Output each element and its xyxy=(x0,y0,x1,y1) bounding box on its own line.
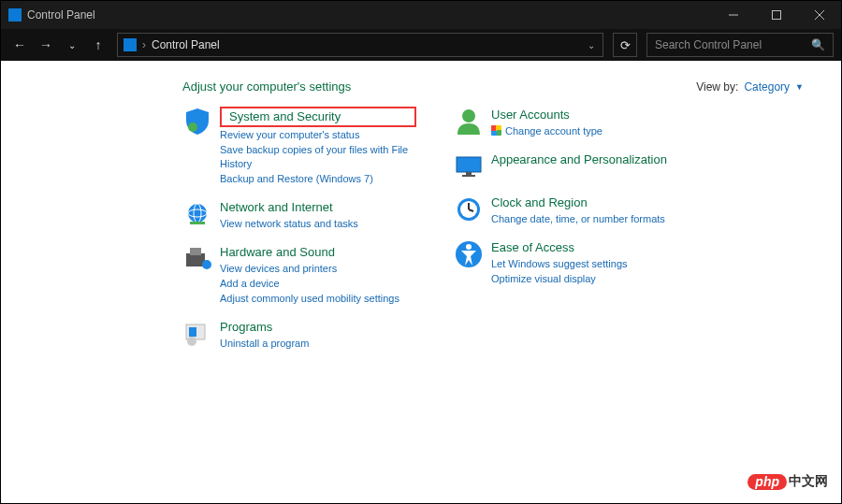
search-box[interactable]: 🔍 xyxy=(646,33,834,57)
minimize-button[interactable] xyxy=(712,1,755,29)
recent-dropdown-icon[interactable]: ⌄ xyxy=(61,34,83,56)
link-uninstall-program[interactable]: Uninstall a program xyxy=(220,337,309,351)
up-button[interactable]: ↑ xyxy=(87,34,109,56)
programs[interactable]: Programs Uninstall a program xyxy=(182,319,416,351)
address-control-panel-icon xyxy=(123,38,137,51)
content-area: Adjust your computer's settings View by:… xyxy=(1,61,841,503)
svg-rect-17 xyxy=(466,172,472,175)
refresh-button[interactable]: ⟳ xyxy=(613,33,637,57)
accessibility-icon xyxy=(454,239,484,269)
window-title: Control Panel xyxy=(27,8,95,22)
view-by-value[interactable]: Category xyxy=(744,80,790,94)
user-icon xyxy=(454,107,484,137)
page-heading: Adjust your computer's settings xyxy=(182,79,351,94)
user-accounts-heading[interactable]: User Accounts xyxy=(491,107,602,123)
titlebar: Control Panel xyxy=(1,1,841,29)
window-buttons xyxy=(712,1,841,29)
chevron-down-icon[interactable]: ▼ xyxy=(795,82,804,92)
watermark-oval: php xyxy=(748,474,787,490)
breadcrumb-separator-icon: › xyxy=(142,38,146,51)
printer-icon xyxy=(182,244,212,274)
svg-point-4 xyxy=(188,122,197,132)
maximize-button[interactable] xyxy=(755,1,798,29)
svg-point-5 xyxy=(188,204,207,223)
svg-point-11 xyxy=(202,260,211,269)
svg-rect-10 xyxy=(190,248,201,255)
link-mobility[interactable]: Adjust commonly used mobility settings xyxy=(220,292,399,306)
link-suggest-settings[interactable]: Let Windows suggest settings xyxy=(491,257,628,271)
hardware-heading[interactable]: Hardware and Sound xyxy=(220,244,399,261)
category-columns: System and Security Review your computer… xyxy=(10,107,841,351)
programs-heading[interactable]: Programs xyxy=(220,319,309,336)
link-devices-printers[interactable]: View devices and printers xyxy=(220,262,399,276)
svg-rect-1 xyxy=(773,11,781,20)
appearance-and-personalization[interactable]: Appearance and Personalization xyxy=(454,151,688,181)
globe-icon xyxy=(182,199,212,229)
svg-point-15 xyxy=(462,109,475,122)
svg-rect-13 xyxy=(189,327,196,337)
clock-and-region[interactable]: Clock and Region Change date, time, or n… xyxy=(454,194,688,226)
watermark-text: 中文网 xyxy=(789,473,828,490)
view-by[interactable]: View by: Category ▼ xyxy=(696,80,804,94)
system-and-security[interactable]: System and Security Review your computer… xyxy=(182,107,416,186)
close-button[interactable] xyxy=(798,1,841,29)
network-heading[interactable]: Network and Internet xyxy=(220,199,358,216)
breadcrumb[interactable]: Control Panel xyxy=(152,38,220,51)
control-panel-icon xyxy=(8,8,22,22)
shield-icon xyxy=(182,107,212,137)
ease-heading[interactable]: Ease of Access xyxy=(491,239,628,256)
navbar: ← → ⌄ ↑ › Control Panel ⌄ ⟳ 🔍 xyxy=(1,29,841,61)
view-by-label: View by: xyxy=(696,80,738,94)
user-accounts[interactable]: User Accounts Change account type xyxy=(454,107,688,138)
system-and-security-heading[interactable]: System and Security xyxy=(220,107,416,127)
heading-row: Adjust your computer's settings View by:… xyxy=(10,79,841,107)
link-network-status[interactable]: View network status and tasks xyxy=(220,217,358,231)
link-change-account-type[interactable]: Change account type xyxy=(491,124,602,138)
svg-point-24 xyxy=(466,244,472,250)
right-column: User Accounts Change account type Appear… xyxy=(454,107,688,351)
link-review-status[interactable]: Review your computer's status xyxy=(220,128,416,142)
search-input[interactable] xyxy=(655,38,811,51)
forward-button[interactable]: → xyxy=(35,34,57,56)
link-date-time-formats[interactable]: Change date, time, or number formats xyxy=(491,212,665,226)
left-column: System and Security Review your computer… xyxy=(182,107,416,351)
clock-heading[interactable]: Clock and Region xyxy=(491,194,665,211)
link-file-history[interactable]: Save backup copies of your files with Fi… xyxy=(220,143,416,171)
svg-rect-8 xyxy=(190,222,205,224)
network-and-internet[interactable]: Network and Internet View network status… xyxy=(182,199,416,231)
svg-rect-9 xyxy=(186,253,205,266)
back-button[interactable]: ← xyxy=(8,34,31,56)
address-bar[interactable]: › Control Panel ⌄ xyxy=(117,33,603,57)
clock-icon xyxy=(454,194,484,224)
svg-point-14 xyxy=(187,337,196,346)
programs-icon xyxy=(182,319,212,349)
monitor-icon xyxy=(454,151,484,181)
ease-of-access[interactable]: Ease of Access Let Windows suggest setti… xyxy=(454,239,688,286)
address-dropdown-icon[interactable]: ⌄ xyxy=(588,40,595,50)
hardware-and-sound[interactable]: Hardware and Sound View devices and prin… xyxy=(182,244,416,306)
search-icon[interactable]: 🔍 xyxy=(811,38,825,51)
link-backup-restore[interactable]: Backup and Restore (Windows 7) xyxy=(220,172,416,186)
link-add-device[interactable]: Add a device xyxy=(220,277,399,291)
link-optimize-display[interactable]: Optimize visual display xyxy=(491,272,628,286)
watermark: php 中文网 xyxy=(748,473,828,490)
svg-rect-16 xyxy=(457,157,481,172)
svg-rect-18 xyxy=(462,175,475,177)
appearance-heading[interactable]: Appearance and Personalization xyxy=(491,151,667,168)
